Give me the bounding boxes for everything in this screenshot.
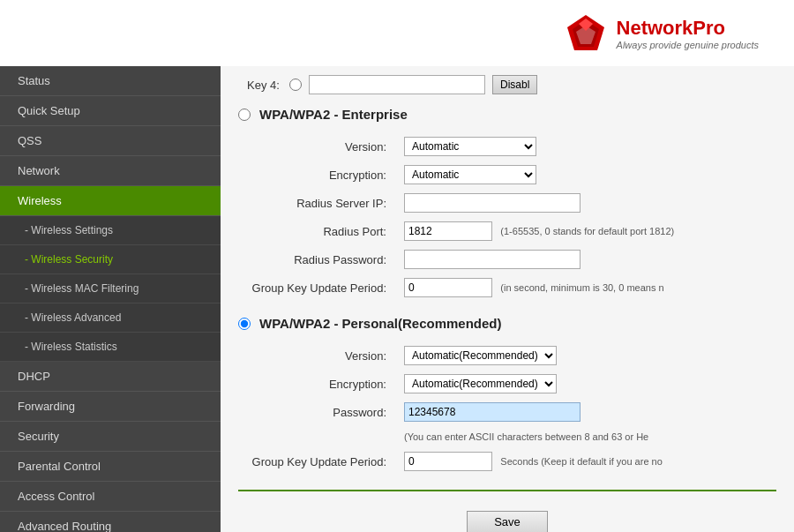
personal-encryption-value: Automatic(Recommended): [397, 370, 776, 398]
personal-group-key-value: Seconds (Keep it default if you are no: [397, 447, 776, 476]
key4-row: Key 4: Disabl: [238, 75, 776, 94]
personal-password-hint-row: (You can enter ASCII characters between …: [238, 426, 776, 447]
personal-radio[interactable]: [238, 318, 251, 330]
personal-password-value: [397, 398, 776, 426]
personal-group-key-row: Group Key Update Period: Seconds (Keep i…: [238, 447, 776, 476]
enterprise-encryption-row: Encryption: Automatic: [238, 161, 776, 189]
personal-password-label: Password:: [238, 398, 397, 426]
logo-tagline: Always provide genuine products: [617, 40, 759, 50]
enterprise-radius-port-hint: (1-65535, 0 stands for default port 1812…: [500, 226, 674, 236]
sidebar-item-wireless-stats[interactable]: - Wireless Statistics: [0, 333, 221, 362]
enterprise-version-row: Version: Automatic: [238, 132, 776, 161]
logo-text: NetworkPro Always provide genuine produc…: [617, 17, 759, 50]
sidebar-item-wireless-settings[interactable]: - Wireless Settings: [0, 216, 221, 245]
enterprise-version-value: Automatic: [397, 132, 776, 161]
logo-brand: NetworkPro: [617, 17, 759, 40]
enterprise-form-table: Version: Automatic Encryption: Automatic: [238, 132, 776, 302]
enterprise-version-select[interactable]: Automatic: [404, 137, 536, 156]
enterprise-encryption-value: Automatic: [397, 161, 776, 189]
sidebar-item-forwarding[interactable]: Forwarding: [0, 392, 221, 422]
personal-encryption-label: Encryption:: [238, 370, 397, 398]
enterprise-encryption-select[interactable]: Automatic: [404, 165, 536, 184]
personal-group-key-label: Group Key Update Period:: [238, 447, 397, 476]
logo-area: NetworkPro Always provide genuine produc…: [564, 11, 759, 56]
header: NetworkPro Always provide genuine produc…: [0, 0, 794, 66]
sidebar-item-access-control[interactable]: Access Control: [0, 482, 221, 512]
enterprise-title: WPA/WPA2 - Enterprise: [259, 107, 408, 122]
personal-group-key-input[interactable]: [404, 452, 492, 471]
personal-form-table: Version: Automatic(Recommended) Encrypti…: [238, 341, 776, 476]
enterprise-radius-port-input[interactable]: [404, 221, 492, 241]
enterprise-radius-ip-input[interactable]: [404, 193, 581, 213]
sidebar-item-wireless-security[interactable]: - Wireless Security: [0, 245, 221, 274]
sidebar: Status Quick Setup QSS Network Wireless …: [0, 66, 221, 532]
personal-encryption-row: Encryption: Automatic(Recommended): [238, 370, 776, 398]
key4-radio[interactable]: [289, 79, 302, 91]
sidebar-item-wireless[interactable]: Wireless: [0, 186, 221, 216]
key4-input[interactable]: [309, 75, 485, 94]
enterprise-group-key-input[interactable]: [404, 278, 492, 297]
key4-label: Key 4:: [247, 79, 282, 92]
enterprise-radius-port-label: Radius Port:: [238, 217, 397, 245]
sidebar-item-wireless-advanced[interactable]: - Wireless Advanced: [0, 303, 221, 333]
enterprise-group-key-hint: (in second, minimum is 30, 0 means n: [500, 282, 663, 293]
personal-group-key-hint: Seconds (Keep it default if you are no: [500, 456, 662, 467]
enterprise-group-key-value: (in second, minimum is 30, 0 means n: [397, 273, 776, 302]
enterprise-encryption-label: Encryption:: [238, 161, 397, 189]
enterprise-radius-password-input[interactable]: [404, 250, 581, 269]
sidebar-item-advanced-routing[interactable]: Advanced Routing: [0, 512, 221, 532]
logo-icon: [564, 11, 608, 56]
sidebar-item-network[interactable]: Network: [0, 156, 221, 186]
enterprise-radius-port-value: (1-65535, 0 stands for default port 1812…: [397, 217, 776, 245]
enterprise-radius-ip-row: Radius Server IP:: [238, 189, 776, 217]
enterprise-radius-password-label: Radius Password:: [238, 245, 397, 273]
personal-title: WPA/WPA2 - Personal(Recommended): [259, 316, 501, 331]
enterprise-radius-ip-label: Radius Server IP:: [238, 189, 397, 217]
sidebar-item-qss[interactable]: QSS: [0, 126, 221, 156]
save-button[interactable]: Save: [467, 511, 548, 532]
enterprise-group-key-row: Group Key Update Period: (in second, min…: [238, 273, 776, 302]
content-inner: Key 4: Disabl WPA/WPA2 - Enterprise Vers…: [221, 66, 794, 532]
personal-password-hint: (You can enter ASCII characters between …: [404, 431, 648, 442]
main-layout: Status Quick Setup QSS Network Wireless …: [0, 66, 794, 532]
sidebar-item-security[interactable]: Security: [0, 422, 221, 452]
enterprise-section-header: WPA/WPA2 - Enterprise: [238, 107, 776, 122]
personal-version-select[interactable]: Automatic(Recommended): [404, 346, 557, 365]
enterprise-radius-port-row: Radius Port: (1-65535, 0 stands for defa…: [238, 217, 776, 245]
content-area: Key 4: Disabl WPA/WPA2 - Enterprise Vers…: [221, 66, 794, 532]
key4-disable-button[interactable]: Disabl: [492, 75, 537, 94]
save-row: Save: [238, 504, 776, 532]
sidebar-item-wireless-mac[interactable]: - Wireless MAC Filtering: [0, 274, 221, 303]
sidebar-item-status[interactable]: Status: [0, 66, 221, 96]
personal-encryption-select[interactable]: Automatic(Recommended): [404, 374, 557, 393]
sidebar-item-quicksetup[interactable]: Quick Setup: [0, 96, 221, 126]
personal-version-row: Version: Automatic(Recommended): [238, 341, 776, 370]
enterprise-group-key-label: Group Key Update Period:: [238, 273, 397, 302]
sidebar-item-parental[interactable]: Parental Control: [0, 452, 221, 482]
personal-section-header: WPA/WPA2 - Personal(Recommended): [238, 316, 776, 331]
enterprise-radio[interactable]: [238, 109, 251, 121]
divider: [238, 490, 776, 491]
sidebar-item-dhcp[interactable]: DHCP: [0, 362, 221, 392]
personal-password-input[interactable]: [404, 402, 581, 422]
enterprise-version-label: Version:: [238, 132, 397, 161]
personal-version-label: Version:: [238, 341, 397, 370]
personal-password-row: Password:: [238, 398, 776, 426]
personal-version-value: Automatic(Recommended): [397, 341, 776, 370]
enterprise-radius-password-row: Radius Password:: [238, 245, 776, 273]
enterprise-radius-ip-value: [397, 189, 776, 217]
enterprise-radius-password-value: [397, 245, 776, 273]
